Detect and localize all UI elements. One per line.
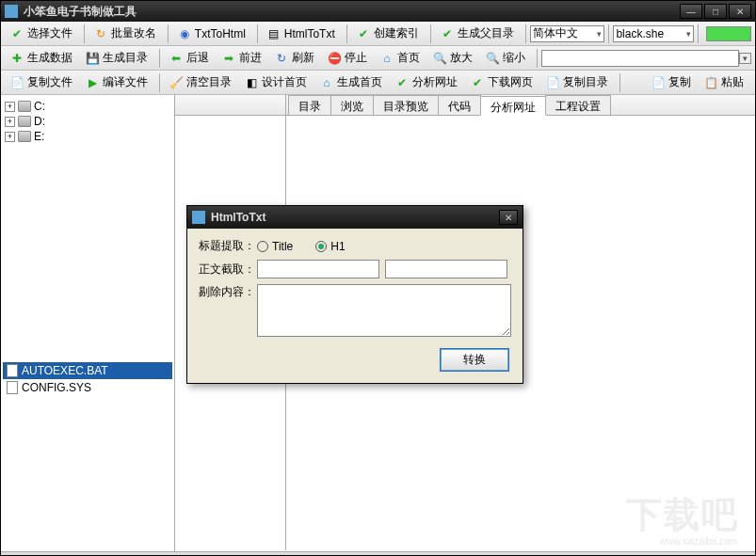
check-icon: ✔ xyxy=(357,27,370,40)
zoom-in-icon: 🔍 xyxy=(433,52,446,65)
zoom-in-button[interactable]: 🔍放大 xyxy=(427,48,478,68)
gen-home-button[interactable]: ⌂生成首页 xyxy=(314,72,388,92)
batch-rename-button[interactable]: ↻批量改名 xyxy=(88,24,162,43)
html-to-txt-button[interactable]: ▤HtmlToTxt xyxy=(262,25,341,42)
minimize-button[interactable]: — xyxy=(680,4,702,19)
zoom-out-button[interactable]: 🔍缩小 xyxy=(480,48,531,68)
tab-2[interactable]: 目录预览 xyxy=(373,95,439,115)
design-icon: ◧ xyxy=(245,76,258,89)
home-icon: ⌂ xyxy=(320,76,333,89)
analyze-url-button[interactable]: ✔分析网址 xyxy=(390,72,463,92)
stop-icon: ⛔ xyxy=(328,52,341,65)
drive-label: E: xyxy=(34,130,44,143)
maximize-button[interactable]: □ xyxy=(704,4,727,19)
refresh-icon: ↻ xyxy=(94,27,107,40)
arrow-left-icon: ⬅ xyxy=(169,52,183,65)
chevron-down-icon: ▾ xyxy=(597,29,602,39)
zoom-out-icon: 🔍 xyxy=(486,52,499,65)
create-index-button[interactable]: ✔创建索引 xyxy=(351,24,425,43)
tab-0[interactable]: 目录 xyxy=(288,95,331,115)
gen-parent-dir-button[interactable]: ✔生成父目录 xyxy=(435,24,520,43)
file-row[interactable]: CONFIG.SYS xyxy=(3,379,172,396)
titlebar: 小笨鱼电子书制做工具 — □ ✕ xyxy=(1,1,755,22)
address-input[interactable] xyxy=(541,50,739,67)
language-select[interactable]: 简体中文▾ xyxy=(530,25,605,42)
body-from-input[interactable] xyxy=(257,260,379,278)
close-button[interactable]: ✕ xyxy=(729,4,751,19)
paste-button[interactable]: 📋粘贴 xyxy=(699,72,749,92)
forward-button[interactable]: ➡前进 xyxy=(217,48,267,68)
check-icon: ✔ xyxy=(10,27,24,40)
design-home-button[interactable]: ◧设计首页 xyxy=(239,72,313,92)
expand-icon[interactable]: + xyxy=(5,117,15,127)
paste-icon: 📋 xyxy=(704,76,717,89)
back-button[interactable]: ⬅后退 xyxy=(164,48,215,68)
txt-to-html-button[interactable]: ◉TxtToHtml xyxy=(172,25,251,42)
tree-drive[interactable]: +E: xyxy=(3,129,172,144)
tab-4[interactable]: 分析网址 xyxy=(480,96,546,116)
globe-icon: ◉ xyxy=(178,27,191,40)
clear-dir-button[interactable]: 🧹清空目录 xyxy=(164,72,237,92)
check-icon: ✔ xyxy=(395,76,409,89)
dialog-close-button[interactable]: ✕ xyxy=(499,210,518,225)
gen-dir-button[interactable]: 💾生成目录 xyxy=(80,48,153,68)
radio-h1[interactable]: H1 xyxy=(315,240,345,253)
address-dropdown[interactable]: ▾ xyxy=(739,53,751,64)
dialog-icon xyxy=(192,211,205,224)
compile-file-button[interactable]: ▶编译文件 xyxy=(80,72,153,92)
stop-button[interactable]: ⛔停止 xyxy=(322,48,373,68)
refresh-icon: ↻ xyxy=(275,52,288,65)
copy-dir-button[interactable]: 📄复制目录 xyxy=(540,72,614,92)
toolbar-3: 📄复制文件 ▶编译文件 🧹清空目录 ◧设计首页 ⌂生成首页 ✔分析网址 ✔下载网… xyxy=(1,71,755,95)
tree-drive[interactable]: +D: xyxy=(3,114,172,129)
copy-icon: 📄 xyxy=(10,76,24,89)
tree-panel: +C:+D:+E: AUTOEXEC.BATCONFIG.SYS xyxy=(1,95,175,551)
html-to-txt-dialog: HtmlToTxt ✕ 标题提取： Title H1 正文截取： 剔除内容： 转… xyxy=(186,205,523,384)
tab-1[interactable]: 浏览 xyxy=(330,95,374,115)
copy-icon: 📄 xyxy=(651,76,665,89)
broom-icon: 🧹 xyxy=(169,76,183,89)
tab-5[interactable]: 工程设置 xyxy=(545,95,611,115)
theme-select[interactable]: black.she▾ xyxy=(613,25,693,42)
document-icon: ▤ xyxy=(267,27,281,40)
drive-icon xyxy=(18,101,31,112)
file-name: AUTOEXEC.BAT xyxy=(22,364,108,377)
expand-icon[interactable]: + xyxy=(5,102,15,112)
app-icon xyxy=(5,5,18,18)
file-row[interactable]: AUTOEXEC.BAT xyxy=(3,362,172,379)
drive-label: D: xyxy=(34,115,45,128)
gen-data-button[interactable]: ✚生成数据 xyxy=(5,48,78,68)
download-page-button[interactable]: ✔下载网页 xyxy=(465,72,539,92)
chevron-down-icon: ▾ xyxy=(686,29,691,39)
plus-icon: ✚ xyxy=(10,52,24,65)
radio-icon xyxy=(315,241,327,252)
refresh-button[interactable]: ↻刷新 xyxy=(269,48,320,68)
drive-label: C: xyxy=(34,100,45,113)
copy-icon: 📄 xyxy=(546,76,559,89)
tree-drive[interactable]: +C: xyxy=(3,99,172,114)
drive-icon xyxy=(18,116,31,127)
progress-bar xyxy=(706,26,751,41)
watermark-url: www.xiazaiba.com xyxy=(660,536,737,547)
dialog-body: 标题提取： Title H1 正文截取： 剔除内容： 转换 xyxy=(187,229,523,383)
save-icon: 💾 xyxy=(86,52,99,65)
home-button[interactable]: ⌂首页 xyxy=(375,48,426,68)
select-file-button[interactable]: ✔选择文件 xyxy=(5,24,78,43)
radio-icon xyxy=(257,241,268,252)
body-to-input[interactable] xyxy=(385,260,507,278)
radio-title[interactable]: Title xyxy=(257,240,293,253)
convert-button[interactable]: 转换 xyxy=(440,348,509,372)
check-icon: ✔ xyxy=(441,27,454,40)
window-title: 小笨鱼电子书制做工具 xyxy=(24,4,678,20)
copy-button[interactable]: 📄复制 xyxy=(646,72,697,92)
body-cut-label: 正文截取： xyxy=(199,262,257,278)
file-icon xyxy=(7,381,18,394)
remove-content-textarea[interactable] xyxy=(257,284,511,337)
file-name: CONFIG.SYS xyxy=(22,381,91,394)
tab-3[interactable]: 代码 xyxy=(438,95,481,115)
copy-file-button[interactable]: 📄复制文件 xyxy=(5,72,78,92)
dialog-title: HtmlToTxt xyxy=(211,211,265,224)
expand-icon[interactable]: + xyxy=(5,132,15,142)
remove-label: 剔除内容： xyxy=(199,284,257,300)
arrow-right-icon: ➡ xyxy=(222,52,235,65)
